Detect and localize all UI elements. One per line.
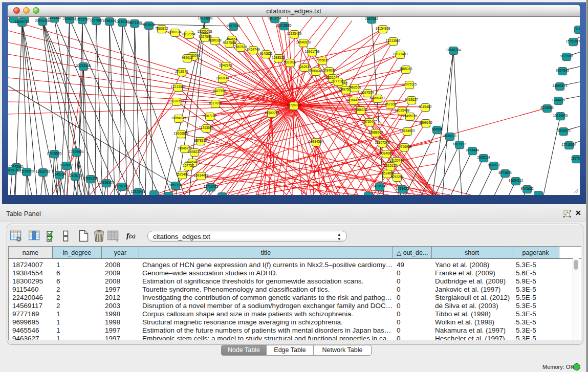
svg-text:2867608: 2867608	[234, 45, 247, 49]
svg-text:8427552: 8427552	[213, 89, 226, 93]
svg-text:8471676: 8471676	[498, 171, 512, 174]
svg-text:17016504: 17016504	[562, 143, 577, 146]
svg-text:10958107: 10958107	[99, 181, 114, 184]
svg-text:15716485: 15716485	[204, 185, 219, 188]
svg-text:18300295: 18300295	[265, 111, 279, 115]
svg-text:5498222: 5498222	[188, 150, 201, 154]
svg-text:16154808: 16154808	[376, 27, 390, 30]
svg-text:19166829: 19166829	[174, 132, 189, 135]
svg-text:9245652: 9245652	[520, 187, 534, 190]
svg-text:12213967: 12213967	[386, 39, 401, 42]
svg-text:7462666: 7462666	[348, 85, 361, 89]
svg-text:7485063: 7485063	[399, 67, 412, 71]
svg-text:14136141: 14136141	[373, 184, 387, 188]
svg-text:15751074: 15751074	[566, 39, 580, 43]
svg-text:8117006: 8117006	[209, 101, 222, 105]
svg-text:1733426: 1733426	[396, 187, 409, 190]
svg-text:16648784: 16648784	[446, 48, 461, 52]
svg-text:1244419: 1244419	[552, 98, 565, 102]
svg-text:12093873: 12093873	[553, 84, 568, 87]
svg-text:8267110: 8267110	[204, 114, 216, 118]
svg-text:19654923: 19654923	[400, 129, 415, 133]
svg-text:1588520: 1588520	[272, 56, 285, 59]
svg-text:8454749: 8454749	[247, 48, 260, 51]
svg-text:8186328: 8186328	[208, 38, 222, 42]
svg-text:14055712: 14055712	[15, 20, 30, 24]
svg-text:12213369: 12213369	[171, 85, 186, 89]
svg-text:11353594: 11353594	[199, 126, 214, 129]
svg-text:6794077: 6794077	[322, 69, 336, 72]
svg-text:9146821: 9146821	[259, 52, 273, 55]
svg-text:16495756: 16495756	[403, 114, 418, 118]
svg-text:10854949: 10854949	[171, 116, 186, 120]
svg-text:9463627: 9463627	[405, 98, 418, 101]
svg-text:8252254: 8252254	[390, 175, 404, 179]
svg-text:18640910: 18640910	[296, 40, 311, 44]
svg-text:157757: 157757	[183, 164, 194, 167]
svg-text:8938923: 8938923	[443, 134, 456, 138]
svg-text:7632621: 7632621	[487, 163, 500, 167]
svg-text:19756928: 19756928	[397, 145, 412, 148]
svg-text:1362615: 1362615	[298, 65, 311, 69]
svg-text:7857224: 7857224	[227, 24, 240, 28]
svg-text:10107553: 10107553	[169, 99, 184, 103]
svg-text:1615152: 1615152	[384, 164, 397, 167]
svg-text:16210643: 16210643	[553, 114, 568, 117]
svg-text:15226058: 15226058	[198, 30, 212, 33]
svg-text:1695325: 1695325	[48, 17, 61, 19]
svg-text:8813054: 8813054	[268, 17, 281, 20]
svg-text:2087682: 2087682	[365, 17, 378, 20]
svg-text:116753: 116753	[571, 157, 580, 160]
svg-text:17359924: 17359924	[69, 150, 84, 154]
svg-text:7625402: 7625402	[176, 172, 189, 176]
svg-text:9129966: 9129966	[560, 54, 573, 58]
svg-text:7955812: 7955812	[316, 58, 329, 62]
svg-text:10654112: 10654112	[509, 179, 524, 182]
svg-text:2718176: 2718176	[175, 70, 188, 73]
svg-text:8912954: 8912954	[182, 32, 195, 36]
svg-text:12505135: 12505135	[68, 174, 83, 178]
svg-text:16782759: 16782759	[115, 184, 129, 188]
svg-text:9227343: 9227343	[556, 69, 569, 72]
svg-text:x: x	[116, 238, 118, 242]
svg-text:164095: 164095	[431, 127, 443, 131]
svg-text:9474444: 9474444	[466, 148, 479, 152]
svg-text:8990448: 8990448	[309, 69, 322, 73]
svg-text:862160: 862160	[385, 102, 396, 106]
svg-text:10120746: 10120746	[389, 159, 404, 162]
svg-text:7663822: 7663822	[155, 27, 168, 30]
svg-text:19218586: 19218586	[277, 24, 292, 27]
svg-text:10807467: 10807467	[371, 96, 385, 100]
svg-text:1145194: 1145194	[53, 172, 66, 176]
svg-text:9860124: 9860124	[168, 30, 182, 34]
svg-text:10973493: 10973493	[393, 52, 408, 56]
svg-text:9975867: 9975867	[60, 163, 73, 167]
svg-text:3624554: 3624554	[361, 91, 374, 94]
svg-text:9084067: 9084067	[380, 151, 393, 155]
svg-text:8899695: 8899695	[419, 121, 432, 124]
svg-text:16961758: 16961758	[305, 50, 320, 53]
svg-text:16671355: 16671355	[127, 21, 142, 25]
svg-text:20206536: 20206536	[47, 151, 62, 155]
svg-text:15692971: 15692971	[556, 129, 571, 133]
svg-text:6766160: 6766160	[103, 19, 116, 23]
svg-text:12975115: 12975115	[402, 82, 417, 86]
svg-text:15720407: 15720407	[362, 120, 377, 123]
svg-text:12923446: 12923446	[131, 190, 146, 193]
svg-text:12942757: 12942757	[36, 170, 51, 173]
svg-text:8878332: 8878332	[194, 139, 207, 142]
svg-text:9657791: 9657791	[169, 183, 182, 187]
svg-text:18724007: 18724007	[287, 103, 301, 107]
svg-text:7386372: 7386372	[354, 108, 367, 112]
svg-text:5322037: 5322037	[284, 60, 297, 64]
svg-text:2106053: 2106053	[63, 17, 76, 20]
svg-text:16033809: 16033809	[198, 17, 213, 20]
svg-text:9527503: 9527503	[199, 35, 212, 38]
svg-text:10688609: 10688609	[368, 130, 383, 134]
svg-text:9777169: 9777169	[332, 79, 345, 83]
svg-text:20691406: 20691406	[35, 19, 50, 23]
svg-text:2803144: 2803144	[216, 76, 229, 80]
svg-text:8215955: 8215955	[540, 106, 554, 110]
svg-text:20053346: 20053346	[76, 64, 91, 68]
svg-text:1527602: 1527602	[90, 18, 103, 22]
